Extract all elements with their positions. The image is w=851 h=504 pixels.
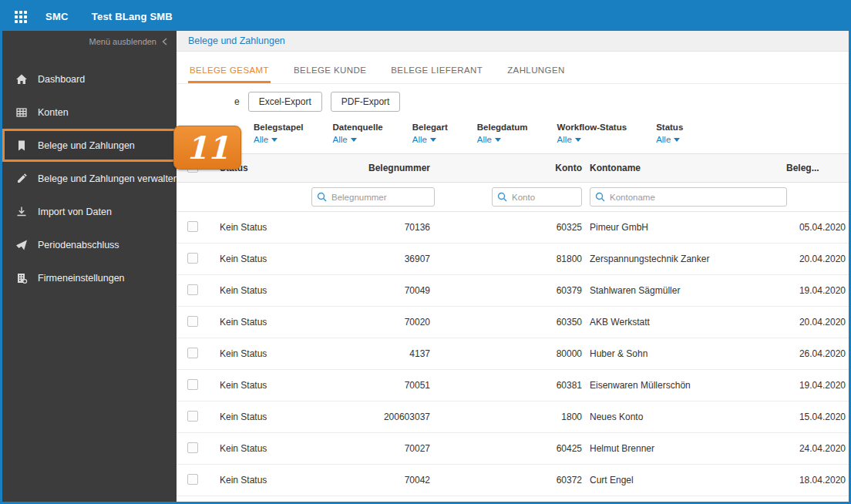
table-row[interactable]: Kein Status 70051 60381 Eisenwaren Mülle…	[177, 370, 849, 402]
hide-menu-button[interactable]: Menü ausblenden	[2, 31, 177, 52]
edit-icon	[15, 173, 29, 185]
sidebar-item-dashboard[interactable]: Dashboard	[2, 62, 177, 96]
konto-search	[492, 187, 582, 207]
row-konto: 60381	[430, 380, 582, 391]
filter-group: Belegdatum Alle	[477, 123, 528, 144]
kontoname-search	[590, 187, 787, 207]
row-checkbox[interactable]	[187, 442, 198, 453]
chevron-down-icon	[495, 138, 501, 142]
row-kontoname: Zerspannungstechnik Zanker	[582, 254, 786, 264]
filter-dropdown[interactable]: Alle	[557, 135, 627, 144]
row-status: Kein Status	[220, 317, 312, 328]
row-checkbox[interactable]	[187, 348, 198, 358]
sidebar-item-label: Periodenabschluss	[38, 240, 119, 250]
row-status: Kein Status	[220, 475, 312, 486]
row-kontoname: Helmut Brenner	[582, 443, 786, 454]
filter-value: Alle	[333, 135, 348, 144]
filter-dropdown[interactable]: Alle	[412, 135, 448, 144]
app-window: SMC Test BLang SMB Menü ausblenden Dashb…	[0, 0, 851, 504]
sidebar-nav: Dashboard Konten Belege und Zahlungen	[2, 62, 177, 294]
row-belegnummer: 4137	[312, 348, 430, 359]
row-belegdatum: 19.04.2020	[786, 285, 846, 296]
table-row[interactable]: Kein Status 70049 60379 Stahlwaren Sägmü…	[177, 275, 849, 307]
table-row[interactable]: Kein Status 4137 80000 Huber & Sohn 26.0…	[177, 338, 849, 370]
tab[interactable]: BELEGE LIEFERANT	[389, 62, 484, 83]
table-row[interactable]: Kein Status 70027 60425 Helmut Brenner 2…	[177, 433, 849, 465]
filter-dropdown[interactable]: Alle	[333, 135, 383, 144]
filter-label: Belegart	[412, 123, 448, 132]
row-konto: 1800	[430, 412, 582, 422]
pdf-export-button[interactable]: PDF-Export	[331, 92, 401, 112]
sidebar-item-periodenabschluss[interactable]: Periodenabschluss	[2, 228, 177, 261]
filter-label: Belegstapel	[254, 123, 304, 132]
table-header-row: Status Belegnummer Konto Kontoname Beleg…	[177, 153, 849, 183]
filter-label: Belegdatum	[477, 123, 528, 132]
tab[interactable]: ZAHLUNGEN	[506, 62, 567, 83]
belegnummer-search-input[interactable]	[311, 187, 435, 207]
row-konto: 60379	[430, 285, 582, 296]
excel-export-button[interactable]: Excel-Export	[248, 92, 322, 112]
app-title: SMC	[45, 11, 69, 22]
sidebar-item-import-von-daten[interactable]: Import von Daten	[2, 195, 177, 228]
row-checkbox[interactable]	[187, 284, 198, 295]
table-row[interactable]: Kein Status 70020 60350 AKB Werkstatt 20…	[177, 307, 849, 338]
row-kontoname: Curt Engel	[582, 475, 786, 486]
row-checkbox[interactable]	[187, 221, 198, 232]
import-icon	[15, 206, 29, 218]
filter-dropdown[interactable]: Alle	[477, 135, 528, 144]
filter-group: Status Alle	[656, 123, 683, 144]
partially-hidden-toolbar-text: e	[234, 96, 240, 107]
row-checkbox[interactable]	[187, 379, 198, 390]
row-checkbox[interactable]	[187, 316, 198, 327]
row-belegdatum: 05.04.2020	[786, 222, 846, 233]
row-belegnummer: 200603037	[312, 412, 430, 422]
filter-bar: Belegstapel Alle Datenquelle Alle	[177, 119, 849, 153]
row-status: Kein Status	[220, 380, 312, 391]
filter-dropdown[interactable]: Alle	[254, 135, 304, 144]
kontoname-search-input[interactable]	[590, 187, 787, 207]
row-belegdatum: 19.04.2020	[786, 380, 846, 391]
row-belegnummer: 70042	[312, 475, 430, 486]
sidebar-item-belege-und-zahlungen[interactable]: Belege und Zahlungen	[2, 129, 177, 162]
chevron-down-icon	[351, 138, 357, 142]
tab[interactable]: BELEGE GESAMT	[188, 62, 271, 83]
filter-value: Alle	[656, 135, 671, 144]
app-launcher-icon[interactable]	[15, 11, 27, 23]
table-row[interactable]: Kein Status 200603037 1800 Neues Konto 1…	[177, 402, 849, 433]
row-belegnummer: 70020	[312, 317, 430, 328]
company-settings-icon	[15, 272, 29, 284]
tab[interactable]: BELEGE KUNDE	[292, 62, 368, 83]
row-checkbox[interactable]	[187, 253, 198, 264]
filter-dropdown[interactable]: Alle	[656, 135, 683, 144]
company-selector[interactable]: Test BLang SMB	[92, 11, 173, 22]
row-belegnummer: 70136	[312, 222, 430, 233]
sidebar-item-label: Konten	[38, 107, 69, 118]
table-row[interactable]: Kein Status 70136 60325 Pimeur GmbH 05.0…	[177, 212, 849, 244]
row-konto: 80000	[430, 348, 582, 359]
sidebar-item-konten[interactable]: Konten	[2, 96, 177, 129]
step-callout-badge: 11	[173, 126, 241, 170]
sidebar-item-belege-und-zahlungen-verwalten[interactable]: Belege und Zahlungen verwalten	[2, 162, 177, 195]
table-row[interactable]: Kein Status 36907 81800 Zerspannungstech…	[177, 244, 849, 275]
tab-bar: BELEGE GESAMT BELEGE KUNDE BELEGE LIEFER…	[177, 52, 849, 84]
search-icon	[595, 192, 605, 202]
row-status: Kein Status	[220, 222, 312, 233]
table-row[interactable]: Kein Status 70042 60372 Curt Engel 18.04…	[177, 465, 849, 496]
row-belegnummer: 70051	[312, 380, 430, 391]
step-number: 11	[186, 129, 229, 166]
column-header-konto: Konto	[430, 163, 582, 173]
row-kontoname: Pimeur GmbH	[582, 222, 786, 233]
row-status: Kein Status	[220, 348, 312, 359]
row-kontoname: AKB Werkstatt	[582, 317, 786, 328]
row-checkbox[interactable]	[187, 474, 198, 485]
filter-label: Workflow-Status	[557, 123, 627, 132]
sidebar-item-label: Belege und Zahlungen	[38, 140, 135, 151]
sidebar: Menü ausblenden Dashboard Konten	[2, 31, 177, 502]
row-belegdatum: 26.04.2020	[786, 348, 846, 359]
filter-value: Alle	[477, 135, 492, 144]
row-checkbox[interactable]	[187, 411, 198, 422]
column-header-kontoname: Kontoname	[582, 163, 786, 173]
row-belegnummer: 36907	[312, 254, 430, 264]
sidebar-item-firmeneinstellungen[interactable]: Firmeneinstellungen	[2, 261, 177, 294]
table-search-row	[177, 183, 849, 212]
